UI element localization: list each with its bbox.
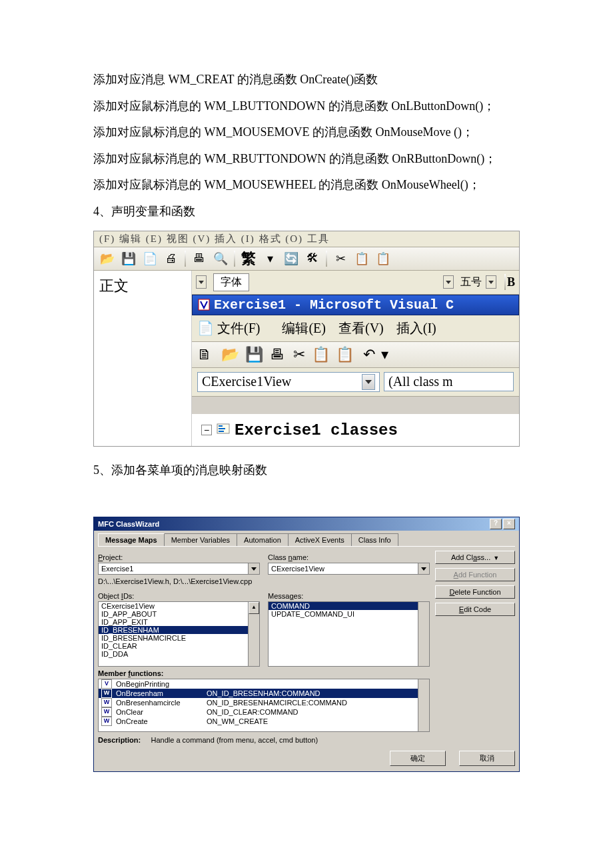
copy-icon[interactable]: 📋 xyxy=(312,346,331,363)
save-icon[interactable]: 💾 xyxy=(119,250,138,267)
list-item[interactable]: WOnCreateON_WM_CREATE xyxy=(99,717,429,726)
separator xyxy=(326,251,327,267)
paragraph: 添加对应消息 WM_CREAT 的消息函数 OnCreate()函数 xyxy=(93,67,520,93)
convert-icon[interactable]: 🔄 xyxy=(282,250,301,267)
search-icon[interactable]: 🔍 xyxy=(211,250,230,267)
project-combo[interactable] xyxy=(98,563,260,575)
list-item[interactable]: WOnClearON_ID_CLEAR:COMMAND xyxy=(99,707,429,717)
vc-class-bar: CExercise1View (All class m xyxy=(192,368,519,397)
cancel-button[interactable]: 取消 xyxy=(459,751,515,766)
style-dropdown[interactable]: 正文 xyxy=(94,271,192,446)
list-item[interactable]: ID_APP_ABOUT xyxy=(99,610,259,618)
open-icon[interactable]: 📂 xyxy=(98,250,117,267)
ok-button[interactable]: 确定 xyxy=(390,751,446,766)
windows-badge-icon: W xyxy=(101,717,112,726)
tools-icon[interactable]: 🛠 xyxy=(303,250,322,267)
svg-rect-2 xyxy=(219,425,223,427)
description-label: Description: xyxy=(98,736,141,744)
print-icon[interactable]: 🖨 xyxy=(162,250,181,267)
class-combo[interactable]: CExercise1View xyxy=(197,372,380,392)
scrollbar[interactable] xyxy=(418,602,429,666)
menu-edit[interactable]: 编辑(E) xyxy=(282,321,326,335)
style-value: 正文 xyxy=(99,277,129,294)
windows-badge-icon: W xyxy=(101,707,112,717)
open-icon[interactable]: 📂 xyxy=(221,346,241,363)
dropdown-icon[interactable] xyxy=(196,275,207,289)
chevron-down-icon[interactable] xyxy=(418,563,429,574)
scrollbar[interactable]: ▲ xyxy=(248,602,259,666)
tab-activex-events[interactable]: ActiveX Events xyxy=(288,533,352,546)
undo-icon[interactable]: ↶ ▾ xyxy=(363,346,390,363)
help-icon[interactable]: ? xyxy=(490,519,502,529)
list-item[interactable]: VOnBeginPrinting xyxy=(99,679,429,689)
list-item[interactable]: ID_BRESENHAMCIRCLE xyxy=(99,634,259,642)
list-item[interactable]: CExercise1View xyxy=(99,602,259,610)
tree-collapse-icon[interactable]: − xyxy=(201,425,212,435)
paragraph: 添加对应鼠标消息的 WM_MOUSEMOVE 的消息函数 OnMouseMove… xyxy=(93,119,520,146)
cut-icon[interactable]: ✂ xyxy=(293,346,306,363)
print-preview-icon[interactable]: 🖶 xyxy=(190,250,209,267)
memberfunctions-listbox[interactable]: VOnBeginPrinting WOnBresenhamON_ID_BRESE… xyxy=(98,679,430,732)
section-heading: 4、声明变量和函数 xyxy=(93,199,520,225)
chevron-down-icon[interactable] xyxy=(248,563,259,574)
chevron-down-icon[interactable]: ▾ xyxy=(261,250,279,267)
paste-icon[interactable]: 📋 xyxy=(336,346,355,363)
menu-insert[interactable]: 插入(I) xyxy=(396,321,436,335)
copy-icon[interactable]: 📋 xyxy=(352,250,371,267)
vc-divider xyxy=(192,397,519,415)
paragraph: 添加对应鼠标消息的 WM_MOUSEWHEEL 的消息函数 OnMouseWhe… xyxy=(93,172,520,199)
menu-file[interactable]: 📄 文件(F) xyxy=(197,321,269,335)
vc-title-bar: Exercise1 - Microsoft Visual C xyxy=(192,295,519,315)
close-icon[interactable]: × xyxy=(503,519,515,529)
dropdown-icon[interactable] xyxy=(486,275,496,289)
edit-code-button[interactable]: Edit Code xyxy=(435,603,515,616)
tab-class-info[interactable]: Class Info xyxy=(351,533,398,546)
dialog-title: MFC ClassWizard xyxy=(98,520,159,528)
font-size-label: 五号 xyxy=(460,275,482,289)
new-page-icon[interactable]: 📄 xyxy=(141,250,159,267)
save-icon[interactable]: 💾 xyxy=(245,346,265,363)
separator xyxy=(234,251,235,267)
tree-folder-icon xyxy=(216,421,231,439)
add-class-button[interactable]: Add Class...▼ xyxy=(435,551,515,564)
tab-message-maps[interactable]: Message Maps xyxy=(98,533,165,546)
members-combo[interactable]: (All class m xyxy=(384,372,514,391)
list-item[interactable]: ID_DDA xyxy=(99,650,259,658)
project-value[interactable] xyxy=(99,563,248,574)
separator xyxy=(185,251,186,267)
delete-function-button[interactable]: Delete Function xyxy=(435,585,515,599)
list-item[interactable]: UPDATE_COMMAND_UI xyxy=(269,610,429,618)
chevron-down-icon[interactable] xyxy=(362,374,375,390)
classname-combo[interactable] xyxy=(268,563,430,575)
save-all-icon[interactable]: 🖶 xyxy=(270,346,286,363)
list-item[interactable]: ID_APP_EXIT xyxy=(99,618,259,626)
add-function-button[interactable]: Add Function xyxy=(435,568,515,581)
vc-toolbar: 🗎 📂 💾 🖶 ✂ 📋 📋 ↶ ▾ xyxy=(192,342,519,368)
tab-member-variables[interactable]: Member Variables xyxy=(164,533,237,546)
paragraph: 添加对应鼠标消息的 WM_LBUTTONDOWN 的消息函数 OnLButton… xyxy=(93,93,520,120)
class-tree[interactable]: − Exercise1 classes xyxy=(192,415,519,446)
separator xyxy=(504,274,506,290)
list-item[interactable]: ID_CLEAR xyxy=(99,642,259,650)
paste-icon[interactable]: 📋 xyxy=(374,250,392,267)
list-item[interactable]: WOnBresenhamON_ID_BRESENHAM:COMMAND xyxy=(99,689,429,698)
menu-view[interactable]: 查看(V) xyxy=(338,321,384,335)
objectids-listbox[interactable]: CExercise1View ID_APP_ABOUT ID_APP_EXIT … xyxy=(98,601,260,667)
new-icon[interactable]: 🗎 xyxy=(197,346,213,363)
outer-menubar: (F) 编辑 (E) 视图 (V) 插入 (I) 格式 (O) 工具 xyxy=(94,231,519,247)
classname-label: Class name: xyxy=(268,553,430,561)
list-item[interactable]: COMMAND xyxy=(269,602,429,610)
scrollbar[interactable] xyxy=(418,679,429,731)
cut-icon[interactable]: ✂ xyxy=(331,250,350,267)
font-name-field[interactable]: 字体 xyxy=(213,273,249,291)
list-item[interactable]: WOnBresenhamcircleON_ID_BRESENHAMCIRCLE:… xyxy=(99,698,429,707)
list-item[interactable]: ID_BRESENHAM xyxy=(99,626,259,634)
translate-icon[interactable]: 繁 xyxy=(239,250,258,267)
dialog-title-bar: MFC ClassWizard ? × xyxy=(94,517,519,531)
dropdown-icon[interactable] xyxy=(443,275,454,289)
vc-menubar[interactable]: 📄 文件(F) 编辑(E) 查看(V) 插入(I) xyxy=(192,315,519,342)
classname-value[interactable] xyxy=(269,563,418,574)
tab-automation[interactable]: Automation xyxy=(237,533,289,546)
bold-icon[interactable]: B xyxy=(507,275,515,289)
messages-listbox[interactable]: COMMAND UPDATE_COMMAND_UI xyxy=(268,601,430,667)
